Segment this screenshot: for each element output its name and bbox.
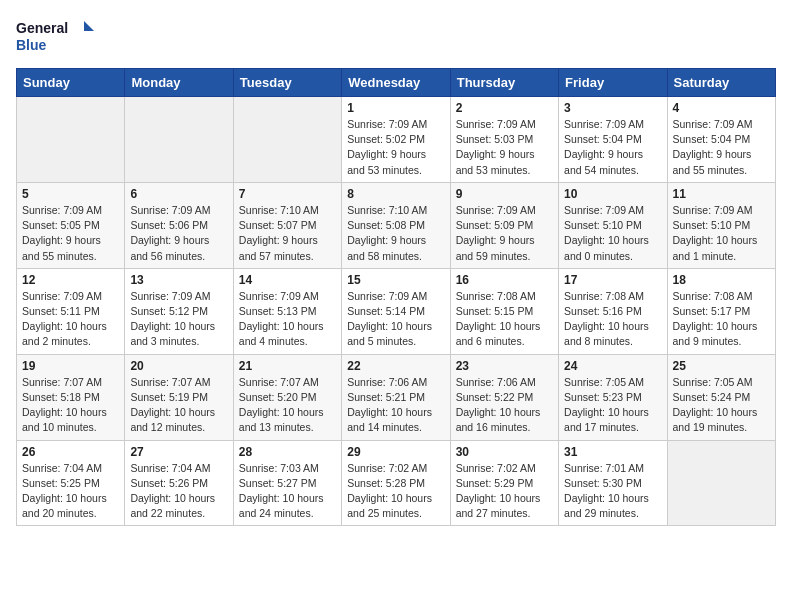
day-number: 25: [673, 359, 770, 373]
calendar-cell: 14Sunrise: 7:09 AM Sunset: 5:13 PM Dayli…: [233, 268, 341, 354]
column-header-saturday: Saturday: [667, 69, 775, 97]
day-number: 9: [456, 187, 553, 201]
day-number: 2: [456, 101, 553, 115]
day-number: 20: [130, 359, 227, 373]
day-number: 5: [22, 187, 119, 201]
day-info: Sunrise: 7:08 AM Sunset: 5:16 PM Dayligh…: [564, 289, 661, 350]
day-info: Sunrise: 7:05 AM Sunset: 5:24 PM Dayligh…: [673, 375, 770, 436]
day-info: Sunrise: 7:03 AM Sunset: 5:27 PM Dayligh…: [239, 461, 336, 522]
calendar-cell: 16Sunrise: 7:08 AM Sunset: 5:15 PM Dayli…: [450, 268, 558, 354]
day-info: Sunrise: 7:07 AM Sunset: 5:19 PM Dayligh…: [130, 375, 227, 436]
calendar-cell: 18Sunrise: 7:08 AM Sunset: 5:17 PM Dayli…: [667, 268, 775, 354]
column-header-wednesday: Wednesday: [342, 69, 450, 97]
svg-marker-2: [84, 21, 94, 31]
calendar-table: SundayMondayTuesdayWednesdayThursdayFrid…: [16, 68, 776, 526]
day-info: Sunrise: 7:09 AM Sunset: 5:04 PM Dayligh…: [673, 117, 770, 178]
calendar-week-row: 5Sunrise: 7:09 AM Sunset: 5:05 PM Daylig…: [17, 182, 776, 268]
page-header: General Blue: [16, 16, 776, 56]
day-number: 10: [564, 187, 661, 201]
calendar-cell: 17Sunrise: 7:08 AM Sunset: 5:16 PM Dayli…: [559, 268, 667, 354]
day-info: Sunrise: 7:10 AM Sunset: 5:08 PM Dayligh…: [347, 203, 444, 264]
calendar-cell: 9Sunrise: 7:09 AM Sunset: 5:09 PM Daylig…: [450, 182, 558, 268]
day-info: Sunrise: 7:05 AM Sunset: 5:23 PM Dayligh…: [564, 375, 661, 436]
day-info: Sunrise: 7:09 AM Sunset: 5:05 PM Dayligh…: [22, 203, 119, 264]
day-number: 1: [347, 101, 444, 115]
column-header-friday: Friday: [559, 69, 667, 97]
calendar-header-row: SundayMondayTuesdayWednesdayThursdayFrid…: [17, 69, 776, 97]
day-number: 8: [347, 187, 444, 201]
day-info: Sunrise: 7:09 AM Sunset: 5:11 PM Dayligh…: [22, 289, 119, 350]
calendar-cell: [233, 97, 341, 183]
day-info: Sunrise: 7:04 AM Sunset: 5:25 PM Dayligh…: [22, 461, 119, 522]
day-number: 14: [239, 273, 336, 287]
day-number: 26: [22, 445, 119, 459]
day-number: 28: [239, 445, 336, 459]
calendar-cell: 7Sunrise: 7:10 AM Sunset: 5:07 PM Daylig…: [233, 182, 341, 268]
day-info: Sunrise: 7:09 AM Sunset: 5:14 PM Dayligh…: [347, 289, 444, 350]
logo: General Blue: [16, 16, 96, 56]
day-number: 4: [673, 101, 770, 115]
day-number: 13: [130, 273, 227, 287]
calendar-cell: 20Sunrise: 7:07 AM Sunset: 5:19 PM Dayli…: [125, 354, 233, 440]
day-number: 24: [564, 359, 661, 373]
day-info: Sunrise: 7:02 AM Sunset: 5:28 PM Dayligh…: [347, 461, 444, 522]
day-number: 16: [456, 273, 553, 287]
svg-text:General: General: [16, 20, 68, 36]
calendar-cell: 29Sunrise: 7:02 AM Sunset: 5:28 PM Dayli…: [342, 440, 450, 526]
calendar-cell: 2Sunrise: 7:09 AM Sunset: 5:03 PM Daylig…: [450, 97, 558, 183]
day-info: Sunrise: 7:08 AM Sunset: 5:17 PM Dayligh…: [673, 289, 770, 350]
day-number: 23: [456, 359, 553, 373]
day-number: 6: [130, 187, 227, 201]
calendar-week-row: 12Sunrise: 7:09 AM Sunset: 5:11 PM Dayli…: [17, 268, 776, 354]
day-info: Sunrise: 7:09 AM Sunset: 5:13 PM Dayligh…: [239, 289, 336, 350]
calendar-cell: 28Sunrise: 7:03 AM Sunset: 5:27 PM Dayli…: [233, 440, 341, 526]
column-header-thursday: Thursday: [450, 69, 558, 97]
day-info: Sunrise: 7:04 AM Sunset: 5:26 PM Dayligh…: [130, 461, 227, 522]
calendar-cell: 22Sunrise: 7:06 AM Sunset: 5:21 PM Dayli…: [342, 354, 450, 440]
day-number: 17: [564, 273, 661, 287]
column-header-monday: Monday: [125, 69, 233, 97]
calendar-cell: 31Sunrise: 7:01 AM Sunset: 5:30 PM Dayli…: [559, 440, 667, 526]
calendar-cell: 25Sunrise: 7:05 AM Sunset: 5:24 PM Dayli…: [667, 354, 775, 440]
day-number: 30: [456, 445, 553, 459]
calendar-cell: 27Sunrise: 7:04 AM Sunset: 5:26 PM Dayli…: [125, 440, 233, 526]
day-info: Sunrise: 7:09 AM Sunset: 5:09 PM Dayligh…: [456, 203, 553, 264]
day-info: Sunrise: 7:09 AM Sunset: 5:10 PM Dayligh…: [673, 203, 770, 264]
day-info: Sunrise: 7:01 AM Sunset: 5:30 PM Dayligh…: [564, 461, 661, 522]
day-number: 7: [239, 187, 336, 201]
column-header-sunday: Sunday: [17, 69, 125, 97]
day-info: Sunrise: 7:09 AM Sunset: 5:02 PM Dayligh…: [347, 117, 444, 178]
day-number: 29: [347, 445, 444, 459]
day-number: 31: [564, 445, 661, 459]
day-number: 27: [130, 445, 227, 459]
day-info: Sunrise: 7:06 AM Sunset: 5:22 PM Dayligh…: [456, 375, 553, 436]
calendar-cell: 15Sunrise: 7:09 AM Sunset: 5:14 PM Dayli…: [342, 268, 450, 354]
calendar-cell: 4Sunrise: 7:09 AM Sunset: 5:04 PM Daylig…: [667, 97, 775, 183]
day-info: Sunrise: 7:10 AM Sunset: 5:07 PM Dayligh…: [239, 203, 336, 264]
calendar-cell: 24Sunrise: 7:05 AM Sunset: 5:23 PM Dayli…: [559, 354, 667, 440]
calendar-week-row: 26Sunrise: 7:04 AM Sunset: 5:25 PM Dayli…: [17, 440, 776, 526]
calendar-cell: 30Sunrise: 7:02 AM Sunset: 5:29 PM Dayli…: [450, 440, 558, 526]
day-info: Sunrise: 7:08 AM Sunset: 5:15 PM Dayligh…: [456, 289, 553, 350]
calendar-cell: [667, 440, 775, 526]
calendar-cell: 1Sunrise: 7:09 AM Sunset: 5:02 PM Daylig…: [342, 97, 450, 183]
day-info: Sunrise: 7:09 AM Sunset: 5:12 PM Dayligh…: [130, 289, 227, 350]
day-info: Sunrise: 7:09 AM Sunset: 5:06 PM Dayligh…: [130, 203, 227, 264]
calendar-cell: 23Sunrise: 7:06 AM Sunset: 5:22 PM Dayli…: [450, 354, 558, 440]
day-info: Sunrise: 7:09 AM Sunset: 5:04 PM Dayligh…: [564, 117, 661, 178]
day-number: 21: [239, 359, 336, 373]
column-header-tuesday: Tuesday: [233, 69, 341, 97]
day-number: 15: [347, 273, 444, 287]
day-info: Sunrise: 7:06 AM Sunset: 5:21 PM Dayligh…: [347, 375, 444, 436]
day-number: 11: [673, 187, 770, 201]
calendar-cell: 6Sunrise: 7:09 AM Sunset: 5:06 PM Daylig…: [125, 182, 233, 268]
calendar-cell: 13Sunrise: 7:09 AM Sunset: 5:12 PM Dayli…: [125, 268, 233, 354]
svg-text:Blue: Blue: [16, 37, 47, 53]
logo-svg: General Blue: [16, 16, 96, 56]
calendar-cell: [17, 97, 125, 183]
calendar-week-row: 19Sunrise: 7:07 AM Sunset: 5:18 PM Dayli…: [17, 354, 776, 440]
day-info: Sunrise: 7:09 AM Sunset: 5:10 PM Dayligh…: [564, 203, 661, 264]
calendar-cell: 10Sunrise: 7:09 AM Sunset: 5:10 PM Dayli…: [559, 182, 667, 268]
calendar-cell: 19Sunrise: 7:07 AM Sunset: 5:18 PM Dayli…: [17, 354, 125, 440]
day-number: 19: [22, 359, 119, 373]
